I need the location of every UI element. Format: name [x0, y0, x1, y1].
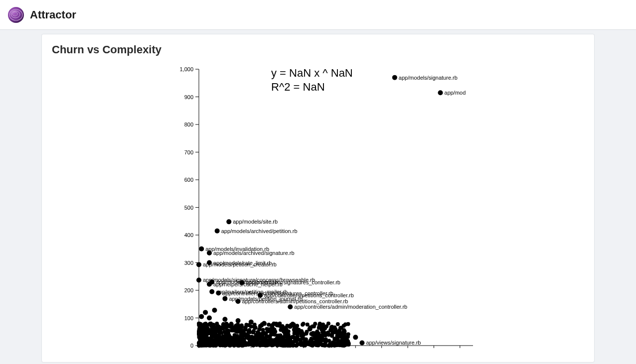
data-point[interactable]: app/models/archived/signature.rb: [207, 250, 295, 256]
svg-point-954: [199, 246, 204, 251]
data-point[interactable]: [249, 320, 254, 325]
data-point[interactable]: [340, 332, 345, 337]
svg-text:0: 0: [190, 343, 193, 348]
regression-formula: R^2 = NaN: [271, 81, 325, 93]
svg-point-905: [250, 342, 254, 346]
svg-point-774: [332, 337, 336, 341]
svg-text:400: 400: [184, 232, 193, 238]
data-point[interactable]: [262, 321, 267, 326]
data-point[interactable]: app/models/signature.rb: [392, 75, 458, 81]
point-label: app/views/signature.rb: [366, 340, 421, 346]
svg-point-914: [243, 342, 247, 346]
data-point[interactable]: app/models/petition_creator.rb: [196, 261, 277, 267]
svg-text:600: 600: [184, 177, 193, 183]
svg-point-819: [261, 343, 265, 347]
point-label: app/models/archived/petition.rb: [221, 228, 298, 234]
brand-name: Attractor: [30, 8, 76, 21]
svg-text:800: 800: [184, 121, 193, 127]
svg-point-957: [196, 262, 201, 267]
svg-point-924: [233, 335, 237, 339]
svg-point-861: [299, 343, 303, 347]
svg-point-851: [293, 325, 297, 329]
svg-point-920: [343, 341, 347, 345]
svg-point-945: [327, 339, 331, 343]
svg-point-970: [199, 314, 204, 319]
data-point[interactable]: app/helpers/cache_helper.rb: [207, 281, 283, 287]
svg-point-965: [222, 296, 227, 301]
data-point[interactable]: [275, 322, 280, 327]
svg-point-939: [278, 335, 282, 339]
svg-point-977: [288, 324, 293, 329]
data-point[interactable]: [207, 316, 212, 321]
svg-point-918: [300, 333, 304, 337]
data-point[interactable]: [288, 324, 293, 329]
svg-point-859: [270, 331, 274, 335]
svg-point-909: [223, 343, 227, 347]
svg-point-940: [213, 332, 217, 336]
svg-point-884: [258, 336, 262, 340]
svg-point-908: [256, 333, 260, 337]
data-point[interactable]: app/models/archived/petition.rb: [215, 228, 298, 234]
svg-point-900: [268, 336, 272, 340]
svg-point-910: [267, 343, 271, 347]
svg-point-898: [332, 330, 336, 334]
svg-point-739: [237, 327, 241, 331]
data-point[interactable]: [353, 335, 358, 340]
data-point[interactable]: [212, 308, 217, 313]
svg-point-866: [199, 322, 203, 326]
svg-point-975: [262, 321, 267, 326]
chart-card: Churn vs Complexity 01002003004005006007…: [41, 34, 595, 363]
svg-point-972: [222, 317, 227, 322]
svg-point-937: [208, 322, 212, 326]
svg-point-904: [239, 330, 243, 334]
svg-point-916: [313, 336, 317, 340]
app-header: Attractor: [0, 0, 636, 30]
svg-point-752: [288, 338, 292, 342]
svg-point-911: [264, 339, 268, 343]
data-point[interactable]: [199, 314, 204, 319]
svg-point-825: [244, 325, 248, 329]
svg-point-767: [241, 338, 245, 342]
svg-point-881: [206, 336, 210, 340]
data-point[interactable]: app/controllers/admin/moderation_control…: [288, 304, 407, 310]
dense-cluster: [197, 322, 351, 348]
svg-point-785: [230, 328, 234, 332]
svg-point-921: [300, 329, 304, 333]
point-label: app/models/site.rb: [233, 219, 278, 225]
point-label: app/mod: [445, 90, 466, 96]
regression-formula: y = NaN x ^ NaN: [271, 67, 353, 79]
svg-point-913: [280, 340, 284, 344]
data-point[interactable]: app/mod: [438, 90, 466, 96]
svg-point-919: [285, 332, 289, 336]
svg-point-980: [340, 332, 345, 337]
data-point[interactable]: app/views/signature.rb: [359, 340, 421, 346]
svg-point-974: [249, 320, 254, 325]
data-point[interactable]: [203, 310, 208, 315]
svg-point-652: [251, 330, 255, 334]
svg-point-761: [244, 334, 248, 338]
svg-point-935: [209, 341, 213, 345]
svg-point-657: [247, 329, 251, 333]
svg-point-848: [346, 332, 350, 336]
svg-point-515: [233, 325, 237, 329]
svg-point-873: [285, 342, 289, 346]
svg-point-962: [209, 289, 214, 294]
data-point[interactable]: app/models/site.rb: [226, 219, 278, 225]
svg-point-971: [207, 316, 212, 321]
svg-point-896: [317, 341, 320, 345]
data-point[interactable]: [308, 327, 313, 332]
data-point[interactable]: [236, 318, 241, 323]
data-point[interactable]: [222, 317, 227, 322]
data-point[interactable]: [320, 329, 325, 334]
svg-point-483: [249, 325, 253, 329]
brand-block: Attractor: [7, 6, 76, 24]
svg-point-978: [308, 327, 313, 332]
svg-point-817: [237, 344, 241, 348]
svg-point-323: [326, 322, 330, 326]
svg-point-406: [295, 338, 299, 342]
svg-point-616: [279, 328, 283, 332]
svg-point-912: [231, 341, 235, 345]
svg-point-926: [197, 327, 201, 331]
card-title: Churn vs Complexity: [52, 43, 584, 56]
svg-point-943: [218, 338, 222, 342]
